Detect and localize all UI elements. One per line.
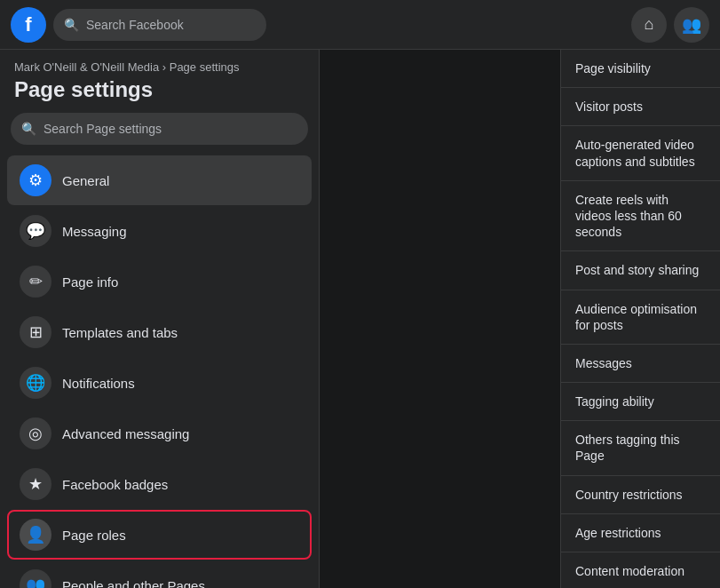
people-other-pages-icon: 👥 [20,569,51,588]
page-title: Page settings [0,75,319,113]
main-layout: Mark O'Neill & O'Neill Media › Page sett… [0,50,720,588]
right-nav-country-restrictions[interactable]: Country restrictions [561,476,720,514]
advanced-messaging-icon: ◎ [20,417,51,449]
sidebar-item-label-advanced-messaging: Advanced messaging [62,426,189,441]
home-icon: ⌂ [645,15,654,34]
right-nav-create-reels[interactable]: Create reels with videos less than 60 se… [561,181,720,252]
right-nav-audience-optimisation[interactable]: Audience optimisation for posts [561,290,720,345]
center-content [320,50,560,588]
sidebar-item-label-people-other-pages: People and other Pages [62,578,205,589]
sidebar-item-templates-tabs[interactable]: ⊞Templates and tabs [7,307,312,357]
settings-search-bar[interactable]: 🔍 Search Page settings [11,113,308,145]
messaging-icon: 💬 [20,215,51,247]
left-sidebar: Mark O'Neill & O'Neill Media › Page sett… [0,50,320,588]
sidebar-item-page-roles[interactable]: 👤Page roles [7,510,312,560]
settings-search-icon: 🔍 [21,122,36,136]
sidebar-item-people-other-pages[interactable]: 👥People and other Pages [7,560,312,588]
general-icon: ⚙ [20,164,51,196]
sidebar-item-label-templates-tabs: Templates and tabs [62,325,178,340]
sidebar-item-label-notifications: Notifications [62,376,135,391]
people-button[interactable]: 👥 [674,7,709,43]
sidebar-item-label-messaging: Messaging [62,224,127,239]
notifications-icon: 🌐 [20,367,51,399]
right-nav-tagging-ability[interactable]: Tagging ability [561,383,720,421]
facebook-badges-icon: ★ [20,468,51,500]
sidebar-item-general[interactable]: ⚙General [7,155,312,205]
sidebar-item-facebook-badges[interactable]: ★Facebook badges [7,459,312,509]
sidebar-item-label-page-roles: Page roles [62,528,126,543]
breadcrumb: Mark O'Neill & O'Neill Media › Page sett… [0,50,319,75]
topbar-icons: ⌂ 👥 [631,7,709,43]
nav-items-list: ⚙General💬Messaging✏Page info⊞Templates a… [0,155,319,588]
right-nav-messages[interactable]: Messages [561,345,720,383]
right-nav-auto-generated-video[interactable]: Auto-generated video captions and subtit… [561,126,720,180]
sidebar-item-label-general: General [62,173,109,188]
right-nav-others-tagging[interactable]: Others tagging this Page [561,421,720,475]
templates-tabs-icon: ⊞ [20,316,51,348]
facebook-logo[interactable]: f [11,7,46,43]
right-nav-content-moderation[interactable]: Content moderation [561,552,720,588]
page-info-icon: ✏ [20,266,51,298]
sidebar-item-advanced-messaging[interactable]: ◎Advanced messaging [7,409,312,458]
settings-search-placeholder: Search Page settings [44,122,162,136]
right-nav-list: Page visibilityVisitor postsAuto-generat… [561,50,720,588]
right-nav-page-visibility[interactable]: Page visibility [561,50,720,88]
sidebar-item-messaging[interactable]: 💬Messaging [7,206,312,256]
search-icon: 🔍 [64,18,79,32]
home-button[interactable]: ⌂ [631,7,667,43]
sidebar-item-notifications[interactable]: 🌐Notifications [7,358,312,408]
sidebar-item-label-facebook-badges: Facebook badges [62,477,168,492]
right-nav-visitor-posts[interactable]: Visitor posts [561,88,720,126]
people-icon: 👥 [682,15,701,35]
global-search[interactable]: 🔍 Search Facebook [53,9,266,41]
right-sidebar: Page visibilityVisitor postsAuto-generat… [560,50,720,588]
topbar: f 🔍 Search Facebook ⌂ 👥 [0,0,720,50]
sidebar-item-page-info[interactable]: ✏Page info [7,257,312,306]
right-nav-post-story-sharing[interactable]: Post and story sharing [561,251,720,290]
right-nav-age-restrictions[interactable]: Age restrictions [561,514,720,552]
sidebar-item-label-page-info: Page info [62,274,118,290]
search-placeholder-text: Search Facebook [86,18,184,32]
page-roles-icon: 👤 [20,519,51,551]
